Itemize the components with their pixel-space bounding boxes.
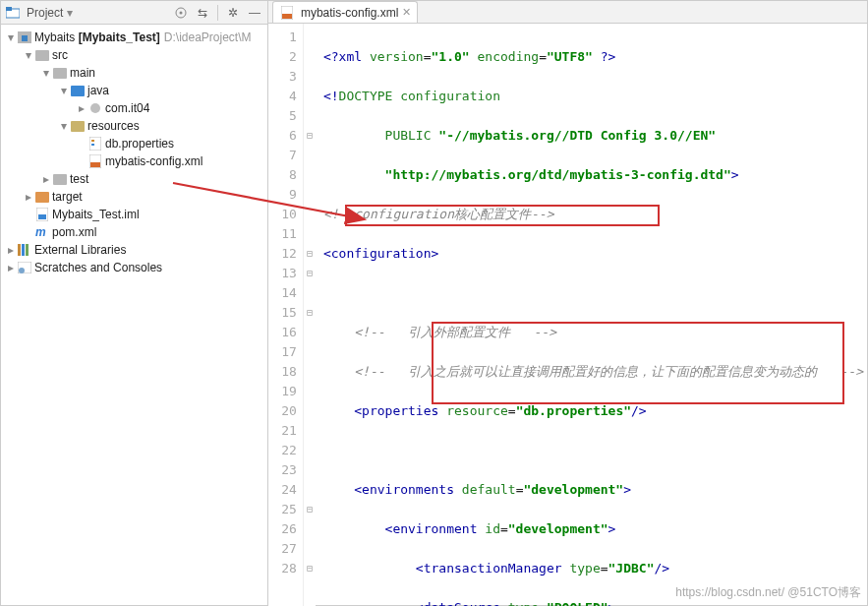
svg-point-3 — [179, 11, 182, 14]
svg-point-25 — [19, 268, 25, 273]
svg-rect-22 — [22, 244, 25, 256]
svg-rect-21 — [18, 244, 21, 256]
target-icon[interactable] — [172, 4, 190, 22]
svg-point-9 — [90, 103, 100, 113]
properties-file-icon — [87, 136, 103, 152]
panel-dropdown-icon[interactable]: ▾ — [67, 6, 73, 20]
folder-icon — [34, 47, 50, 63]
svg-rect-7 — [53, 68, 67, 79]
tree-extlib[interactable]: ▸External Libraries — [1, 241, 267, 259]
project-icon — [5, 5, 21, 21]
svg-rect-13 — [91, 144, 94, 146]
svg-rect-16 — [53, 174, 67, 185]
expand-icon[interactable]: ⇆ — [194, 4, 211, 22]
svg-rect-17 — [35, 192, 49, 203]
svg-rect-1 — [6, 7, 12, 11]
target-folder-icon — [34, 189, 50, 205]
iml-file-icon — [34, 207, 50, 222]
svg-rect-19 — [38, 214, 46, 219]
tree-target[interactable]: ▸target — [1, 188, 267, 206]
tab-label: mybatis-config.xml — [301, 6, 398, 20]
svg-rect-6 — [35, 50, 49, 61]
tree-root[interactable]: ▾ Mybaits [Mybaits_Test] D:\ideaProject\… — [1, 29, 267, 46]
svg-text:m: m — [35, 225, 46, 239]
tree-iml[interactable]: Mybaits_Test.iml — [1, 206, 267, 223]
close-icon[interactable]: ✕ — [402, 6, 411, 19]
svg-rect-8 — [71, 86, 85, 96]
tree-mybatis-config[interactable]: mybatis-config.xml — [1, 152, 267, 170]
tree-main[interactable]: ▾main — [1, 64, 267, 82]
project-panel-header: Project ▾ ⇆ ✲ — — [1, 1, 267, 25]
tree-pom[interactable]: mpom.xml — [1, 223, 267, 241]
module-icon — [17, 30, 32, 45]
svg-rect-12 — [91, 140, 94, 142]
tab-mybatis-config[interactable]: mybatis-config.xml ✕ — [272, 1, 418, 23]
package-icon — [87, 100, 103, 116]
tree-test[interactable]: ▸test — [1, 170, 267, 188]
svg-rect-11 — [89, 137, 101, 151]
gear-icon[interactable]: ✲ — [224, 4, 242, 22]
folder-icon — [52, 171, 68, 187]
tree-dbprops[interactable]: db.properties — [1, 135, 267, 152]
project-sidebar: Project ▾ ⇆ ✲ — ▾ Mybaits [Mybaits_Test]… — [1, 1, 268, 605]
xml-file-icon — [279, 5, 295, 21]
tree-scratch[interactable]: ▸Scratches and Consoles — [1, 259, 267, 276]
resources-folder-icon — [70, 118, 86, 134]
editor-area: mybatis-config.xml ✕ 1234567891011121314… — [268, 1, 867, 605]
fold-column[interactable]: ⊟⊟⊟⊟⊟⊟ — [304, 24, 316, 606]
tab-bar: mybatis-config.xml ✕ — [268, 1, 867, 24]
project-tree[interactable]: ▾ Mybaits [Mybaits_Test] D:\ideaProject\… — [1, 25, 267, 605]
tree-java[interactable]: ▾java — [1, 82, 267, 99]
gutter: 1234567891011121314151617181920212223242… — [268, 24, 304, 606]
svg-rect-10 — [71, 121, 85, 132]
ide-window: Project ▾ ⇆ ✲ — ▾ Mybaits [Mybaits_Test]… — [0, 0, 868, 606]
code-body[interactable]: <?xml version="1.0" encoding="UTF8" ?> <… — [316, 24, 867, 606]
svg-rect-27 — [282, 14, 292, 19]
hide-icon[interactable]: — — [246, 4, 263, 22]
maven-file-icon: m — [34, 224, 50, 240]
folder-icon — [52, 65, 68, 81]
watermark: https://blog.csdn.net/ @51CTO博客 — [675, 584, 861, 601]
svg-rect-23 — [26, 244, 29, 256]
tree-src[interactable]: ▾src — [1, 46, 267, 64]
panel-title-text: Project — [27, 6, 63, 20]
library-icon — [17, 242, 32, 258]
svg-rect-15 — [90, 162, 100, 167]
tree-resources[interactable]: ▾resources — [1, 117, 267, 135]
xml-file-icon — [87, 153, 103, 169]
scratch-icon — [17, 260, 32, 275]
tree-package[interactable]: ▸com.it04 — [1, 99, 267, 117]
code-editor[interactable]: 1234567891011121314151617181920212223242… — [268, 24, 867, 606]
source-folder-icon — [70, 83, 86, 98]
svg-rect-5 — [22, 35, 28, 41]
